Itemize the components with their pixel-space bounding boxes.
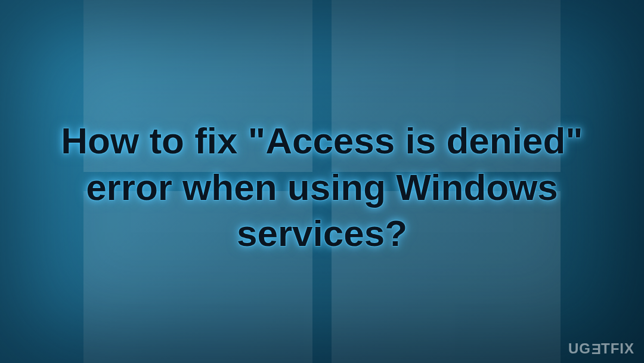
watermark-flipped-e: E: [591, 341, 601, 358]
article-title: How to fix "Access is denied" error when…: [54, 118, 590, 256]
watermark-part1: UG: [568, 340, 591, 356]
watermark-part3: TFIX: [601, 340, 634, 356]
brand-watermark: UGETFIX: [568, 340, 634, 357]
headline-container: How to fix "Access is denied" error when…: [54, 118, 590, 256]
